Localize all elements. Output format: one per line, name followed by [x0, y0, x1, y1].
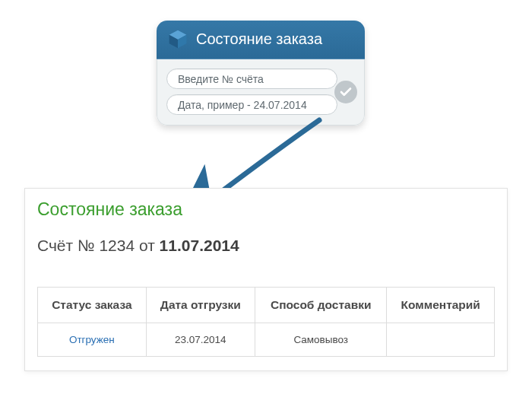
order-status-panel: Состояние заказа Счёт № 1234 от 11.07.20… [24, 188, 508, 371]
table-row: Отгружен 23.07.2014 Самовывоз [38, 323, 495, 357]
cell-delivery: Самовывоз [255, 323, 387, 357]
col-status: Статус заказа [38, 288, 147, 323]
panel-title: Состояние заказа [37, 199, 495, 220]
widget-title: Состояние заказа [196, 30, 322, 48]
invoice-date: 11.07.2014 [160, 237, 239, 254]
submit-button[interactable] [334, 81, 357, 103]
invoice-number: 1234 [99, 237, 135, 254]
cell-comment [387, 323, 495, 357]
invoice-prefix: Счёт № [37, 237, 99, 254]
invoice-separator: от [135, 237, 160, 254]
checkmark-icon [339, 85, 353, 99]
order-status-widget: Состояние заказа [157, 21, 365, 126]
cell-status[interactable]: Отгружен [38, 323, 147, 357]
widget-header: Состояние заказа [157, 21, 365, 59]
account-number-input[interactable] [166, 68, 337, 89]
status-table: Статус заказа Дата отгрузки Способ доста… [37, 287, 495, 357]
widget-body [157, 59, 365, 126]
cell-ship-date: 23.07.2014 [146, 323, 255, 357]
col-ship-date: Дата отгрузки [146, 288, 255, 323]
box-icon [167, 28, 188, 49]
date-input[interactable] [166, 94, 337, 115]
table-header-row: Статус заказа Дата отгрузки Способ доста… [38, 288, 495, 323]
invoice-line: Счёт № 1234 от 11.07.2014 [37, 237, 495, 255]
col-comment: Комментарий [387, 288, 495, 323]
col-delivery: Способ доставки [255, 288, 387, 323]
